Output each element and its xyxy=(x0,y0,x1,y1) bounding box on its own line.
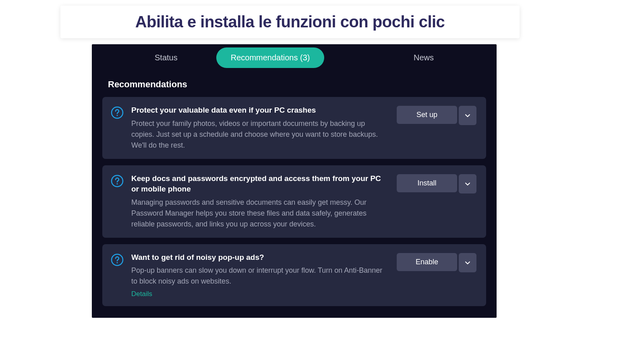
recommendation-actions: Enable xyxy=(397,253,476,272)
action-dropdown-button[interactable] xyxy=(459,106,476,125)
recommendations-list: Protect your valuable data even if your … xyxy=(92,97,497,306)
recommendation-title: Protect your valuable data even if your … xyxy=(131,105,389,116)
recommendation-description: Protect your family photos, videos or im… xyxy=(131,118,389,151)
recommendation-card: Protect your valuable data even if your … xyxy=(102,97,486,159)
question-icon xyxy=(110,106,124,119)
tab-news[interactable]: News xyxy=(399,47,448,68)
recommendation-content: Keep docs and passwords encrypted and ac… xyxy=(131,173,389,230)
recommendation-actions: Install xyxy=(397,174,476,193)
section-title: Recommendations xyxy=(92,68,497,97)
details-link[interactable]: Details xyxy=(131,290,389,298)
action-dropdown-button[interactable] xyxy=(459,174,476,193)
action-dropdown-button[interactable] xyxy=(459,253,476,272)
recommendation-content: Want to get rid of noisy pop-up ads? Pop… xyxy=(131,252,389,298)
chevron-down-icon xyxy=(464,259,471,266)
app-window: Status Recommendations (3) News Recommen… xyxy=(92,44,497,318)
recommendation-card: Keep docs and passwords encrypted and ac… xyxy=(102,165,486,238)
recommendation-title: Keep docs and passwords encrypted and ac… xyxy=(131,173,389,195)
recommendation-actions: Set up xyxy=(397,106,476,125)
recommendation-description: Pop-up banners can slow you down or inte… xyxy=(131,265,389,287)
tab-bar: Status Recommendations (3) News xyxy=(92,44,497,68)
tab-status[interactable]: Status xyxy=(140,47,192,68)
chevron-down-icon xyxy=(464,112,471,119)
banner-title: Abilita e installa le funzioni con pochi… xyxy=(77,13,503,31)
setup-button[interactable]: Set up xyxy=(397,106,457,124)
question-icon xyxy=(110,253,124,267)
recommendation-card: Want to get rid of noisy pop-up ads? Pop… xyxy=(102,244,486,307)
svg-point-3 xyxy=(116,183,118,184)
overlay-banner: Abilita e installa le funzioni con pochi… xyxy=(60,6,520,38)
svg-point-5 xyxy=(116,262,118,263)
tab-recommendations[interactable]: Recommendations (3) xyxy=(216,47,325,68)
chevron-down-icon xyxy=(464,181,471,187)
recommendation-content: Protect your valuable data even if your … xyxy=(131,105,389,151)
question-icon xyxy=(110,174,124,188)
recommendation-description: Managing passwords and sensitive documen… xyxy=(131,197,389,230)
enable-button[interactable]: Enable xyxy=(397,253,457,271)
recommendation-title: Want to get rid of noisy pop-up ads? xyxy=(131,252,389,263)
svg-point-1 xyxy=(116,115,118,116)
install-button[interactable]: Install xyxy=(397,174,457,192)
